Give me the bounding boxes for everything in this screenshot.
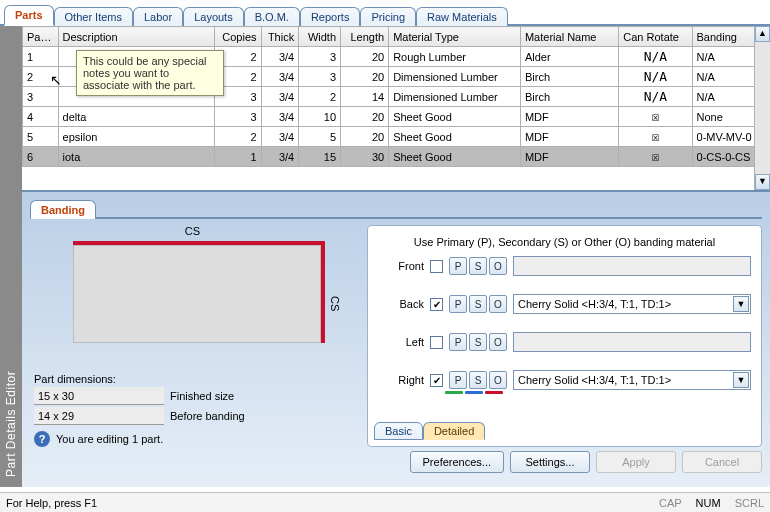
col-thick[interactable]: Thick [261,27,299,47]
tab-labor[interactable]: Labor [133,7,183,26]
dropdown-arrow-icon[interactable]: ▼ [733,296,749,312]
col-material-name[interactable]: Material Name [520,27,618,47]
cell-mtype[interactable]: Sheet Good [389,127,521,147]
front-material-select[interactable] [513,256,751,276]
cell-mname[interactable]: MDF [520,107,618,127]
cell-length[interactable]: 30 [341,147,389,167]
cell-rotate[interactable]: N/A [619,67,692,87]
scroll-down-icon[interactable]: ▼ [755,174,770,190]
cell-copies[interactable]: 2 [215,127,261,147]
cell-n[interactable]: 4 [23,107,59,127]
cell-rotate[interactable]: ☒ [619,127,692,147]
before-banding-input[interactable] [34,407,164,425]
cell-desc[interactable]: iota [58,147,215,167]
check-left[interactable] [430,336,443,349]
check-back[interactable]: ✔ [430,298,443,311]
cell-width[interactable]: 2 [299,87,341,107]
preferences-button[interactable]: Preferences... [410,451,504,473]
cell-mtype[interactable]: Dimensioned Lumber [389,67,521,87]
col-width[interactable]: Width [299,27,341,47]
cell-width[interactable]: 15 [299,147,341,167]
cell-rotate[interactable]: ☒ [619,147,692,167]
cell-length[interactable]: 20 [341,107,389,127]
left-p-button[interactable]: P [449,333,467,351]
dropdown-arrow-icon[interactable]: ▼ [733,372,749,388]
cell-n[interactable]: 6 [23,147,59,167]
apply-button[interactable]: Apply [596,451,676,473]
table-row[interactable]: 5epsilon23/4520Sheet GoodMDF☒0-MV-MV-0 [23,127,770,147]
cell-thick[interactable]: 3/4 [261,67,299,87]
cell-width[interactable]: 5 [299,127,341,147]
left-s-button[interactable]: S [469,333,487,351]
tab-reports[interactable]: Reports [300,7,361,26]
cell-rotate[interactable]: N/A [619,87,692,107]
back-p-button[interactable]: P [449,295,467,313]
cell-copies[interactable]: 3 [215,107,261,127]
front-p-button[interactable]: P [449,257,467,275]
cell-length[interactable]: 20 [341,67,389,87]
cell-desc[interactable]: delta [58,107,215,127]
cell-copies[interactable]: 1 [215,147,261,167]
cell-mtype[interactable]: Dimensioned Lumber [389,87,521,107]
col-copies[interactable]: Copies [215,27,261,47]
cell-thick[interactable]: 3/4 [261,87,299,107]
settings-button[interactable]: Settings... [510,451,590,473]
check-front[interactable] [430,260,443,273]
cell-n[interactable]: 3 [23,87,59,107]
cell-mname[interactable]: Birch [520,67,618,87]
cell-length[interactable]: 20 [341,127,389,147]
cell-mname[interactable]: MDF [520,127,618,147]
cancel-button[interactable]: Cancel [682,451,762,473]
cell-n[interactable]: 1 [23,47,59,67]
tab-other-items[interactable]: Other Items [54,7,133,26]
cell-n[interactable]: 5 [23,127,59,147]
col-description[interactable]: Description [58,27,215,47]
check-right[interactable]: ✔ [430,374,443,387]
col-part-num[interactable]: Part # [23,27,59,47]
back-o-button[interactable]: O [489,295,507,313]
cell-thick[interactable]: 3/4 [261,47,299,67]
cell-desc[interactable]: epsilon [58,127,215,147]
cell-thick[interactable]: 3/4 [261,147,299,167]
cell-thick[interactable]: 3/4 [261,107,299,127]
subtab-basic[interactable]: Basic [374,422,423,440]
table-scrollbar[interactable]: ▲ ▼ [754,26,770,190]
cell-mname[interactable]: Birch [520,87,618,107]
tab-parts[interactable]: Parts [4,5,54,26]
cell-mname[interactable]: Alder [520,47,618,67]
right-material-select[interactable]: Cherry Solid <H:3/4, T:1, TD:1> ▼ [513,370,751,390]
tab-pricing[interactable]: Pricing [360,7,416,26]
cell-mtype[interactable]: Sheet Good [389,147,521,167]
subtab-detailed[interactable]: Detailed [423,422,485,440]
col-material-type[interactable]: Material Type [389,27,521,47]
cell-mtype[interactable]: Rough Lumber [389,47,521,67]
right-p-button[interactable]: P [449,371,467,389]
back-s-button[interactable]: S [469,295,487,313]
back-material-select[interactable]: Cherry Solid <H:3/4, T:1, TD:1> ▼ [513,294,751,314]
tab-raw-materials[interactable]: Raw Materials [416,7,508,26]
parts-table[interactable]: Part # Description Copies Thick Width Le… [22,26,770,167]
col-can-rotate[interactable]: Can Rotate [619,27,692,47]
cell-rotate[interactable]: N/A [619,47,692,67]
tab-banding[interactable]: Banding [30,200,96,219]
right-o-button[interactable]: O [489,371,507,389]
finished-size-input[interactable] [34,387,164,405]
cell-width[interactable]: 10 [299,107,341,127]
col-length[interactable]: Length [341,27,389,47]
cell-rotate[interactable]: ☒ [619,107,692,127]
cell-mtype[interactable]: Sheet Good [389,107,521,127]
table-row[interactable]: 6iota13/41530Sheet GoodMDF☒0-CS-0-CS [23,147,770,167]
cell-width[interactable]: 3 [299,67,341,87]
left-material-select[interactable] [513,332,751,352]
cell-mname[interactable]: MDF [520,147,618,167]
right-s-button[interactable]: S [469,371,487,389]
tab-layouts[interactable]: Layouts [183,7,244,26]
front-s-button[interactable]: S [469,257,487,275]
front-o-button[interactable]: O [489,257,507,275]
cell-length[interactable]: 14 [341,87,389,107]
cell-thick[interactable]: 3/4 [261,127,299,147]
cell-width[interactable]: 3 [299,47,341,67]
cell-length[interactable]: 20 [341,47,389,67]
left-o-button[interactable]: O [489,333,507,351]
scroll-up-icon[interactable]: ▲ [755,26,770,42]
